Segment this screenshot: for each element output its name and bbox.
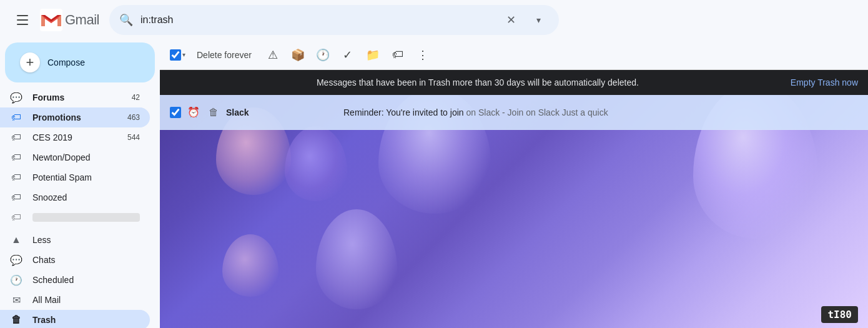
sidebar-item-promotions[interactable]: 🏷 Promotions 463 [0, 107, 150, 127]
sidebar-item-label: CES 2019 [32, 132, 127, 142]
sidebar-item-label: Promotions [32, 112, 127, 122]
email-checkbox[interactable] [170, 107, 181, 118]
potential-spam-icon: 🏷 [10, 171, 22, 184]
search-options-button[interactable]: ▾ [529, 10, 549, 30]
sidebar-item-forums[interactable]: 💬 Forums 42 [0, 87, 150, 107]
chats-icon: 💬 [10, 254, 22, 266]
scheduled-icon: 🕐 [10, 274, 22, 286]
trash-label: Trash [32, 315, 140, 325]
label-icon: 🏷 [392, 48, 403, 61]
sidebar-item-allmail[interactable]: ✉ All Mail [0, 290, 150, 310]
sidebar-item-newton[interactable]: 🏷 Newton/Doped [0, 147, 150, 167]
ces2019-count: 544 [127, 133, 140, 142]
mark-done-button[interactable]: ✓ [337, 44, 359, 66]
newton-icon: 🏷 [10, 151, 22, 164]
email-snippet-extra: on Slack Just a quick [526, 107, 608, 117]
topbar: Gmail 🔍 ✕ ▾ [0, 0, 868, 40]
gmail-text: Gmail [65, 12, 99, 28]
trash-icon: 🗑 [10, 314, 22, 326]
spam-icon: ⚠ [268, 48, 278, 62]
search-clear-button[interactable]: ✕ [501, 10, 521, 30]
compose-button[interactable]: + Compose [5, 42, 155, 82]
less-label: Less [32, 235, 140, 245]
snooze-indicator-icon: ⏰ [186, 105, 201, 120]
sidebar-item-label: Potential Spam [32, 172, 140, 182]
sidebar-item-unknown[interactable]: 🏷 [0, 207, 150, 227]
chats-label: Chats [32, 255, 140, 265]
compose-label: Compose [47, 57, 85, 67]
table-row[interactable]: ⏰ 🗑 Slack Reminder: You're invited to jo… [160, 95, 868, 130]
email-list: ⏰ 🗑 Slack Reminder: You're invited to jo… [160, 95, 868, 328]
search-bar: 🔍 ✕ ▾ [109, 5, 559, 35]
archive-button[interactable]: 📦 [287, 44, 309, 66]
allmail-icon: ✉ [10, 294, 22, 306]
select-all-checkbox[interactable] [170, 49, 181, 61]
compose-plus-icon: + [20, 52, 40, 72]
notification-bar: Messages that have been in Trash more th… [160, 70, 868, 95]
email-subject: Reminder: You're invited to join on Slac… [343, 107, 853, 117]
watermark: tI80 [821, 306, 858, 323]
archive-icon: 📦 [291, 48, 305, 62]
search-input[interactable] [141, 14, 494, 26]
sidebar-item-label: Forums [32, 92, 132, 102]
ces2019-icon: 🏷 [10, 131, 22, 144]
label-button[interactable]: 🏷 [387, 44, 409, 66]
snooze-button[interactable]: 🕐 [312, 44, 334, 66]
sidebar-item-less[interactable]: ▲ Less [0, 230, 150, 250]
notification-text: Messages that have been in Trash more th… [170, 77, 786, 87]
menu-button[interactable] [10, 7, 35, 32]
more-vert-icon: ⋮ [417, 48, 428, 62]
email-sender: Slack [226, 107, 338, 117]
promotions-count: 463 [127, 113, 140, 122]
jellyfish-5 [316, 209, 397, 309]
sidebar-item-trash[interactable]: 🗑 Trash [0, 310, 150, 328]
unknown-icon: 🏷 [10, 211, 22, 224]
gmail-m-icon [40, 9, 62, 31]
email-subject-main: Reminder: You're invited to join [343, 107, 464, 117]
sidebar-item-label [32, 213, 140, 222]
toolbar: ▾ Delete forever ⚠ 📦 🕐 ✓ 📁 🏷 ⋮ [160, 40, 868, 70]
sidebar-item-ces2019[interactable]: 🏷 CES 2019 544 [0, 127, 150, 147]
email-snippet: on Slack - Join [466, 107, 523, 117]
jellyfish-2 [285, 126, 347, 201]
delete-forever-button[interactable]: Delete forever [189, 46, 259, 64]
promotions-icon: 🏷 [10, 111, 22, 124]
less-chevron-icon: ▲ [10, 234, 22, 246]
sidebar: + Compose 💬 Forums 42 🏷 Promotions 463 🏷… [0, 40, 160, 328]
select-dropdown-arrow[interactable]: ▾ [181, 50, 187, 59]
sidebar-item-label: Snoozed [32, 192, 140, 202]
allmail-label: All Mail [32, 295, 140, 305]
sidebar-item-scheduled[interactable]: 🕐 Scheduled [0, 270, 150, 290]
gmail-logo: Gmail [40, 9, 99, 31]
move-to-button[interactable]: 📁 [362, 44, 384, 66]
email-trash-action-icon: 🗑 [206, 105, 221, 120]
content-area: ▾ Delete forever ⚠ 📦 🕐 ✓ 📁 🏷 ⋮ [160, 40, 868, 328]
main-layout: + Compose 💬 Forums 42 🏷 Promotions 463 🏷… [0, 40, 868, 328]
search-icon: 🔍 [119, 13, 133, 27]
sidebar-item-snoozed[interactable]: 🏷 Snoozed [0, 187, 150, 207]
select-all-wrap: ▾ [170, 49, 187, 61]
hamburger-icon [17, 15, 28, 25]
move-icon: 📁 [366, 48, 380, 62]
sidebar-item-chats[interactable]: 💬 Chats [0, 250, 150, 270]
forums-count: 42 [132, 93, 140, 102]
more-options-button[interactable]: ⋮ [412, 44, 434, 66]
jellyfish-6 [222, 234, 279, 297]
sidebar-item-label: Newton/Doped [32, 152, 140, 162]
report-spam-button[interactable]: ⚠ [262, 44, 284, 66]
snoozed-icon: 🏷 [10, 191, 22, 204]
scheduled-label: Scheduled [32, 275, 140, 285]
empty-trash-button[interactable]: Empty Trash now [791, 77, 858, 87]
checkmark-icon: ✓ [343, 48, 352, 62]
forums-icon: 💬 [10, 91, 22, 104]
sidebar-item-potential-spam[interactable]: 🏷 Potential Spam [0, 167, 150, 187]
snooze-clock-icon: 🕐 [316, 48, 330, 62]
